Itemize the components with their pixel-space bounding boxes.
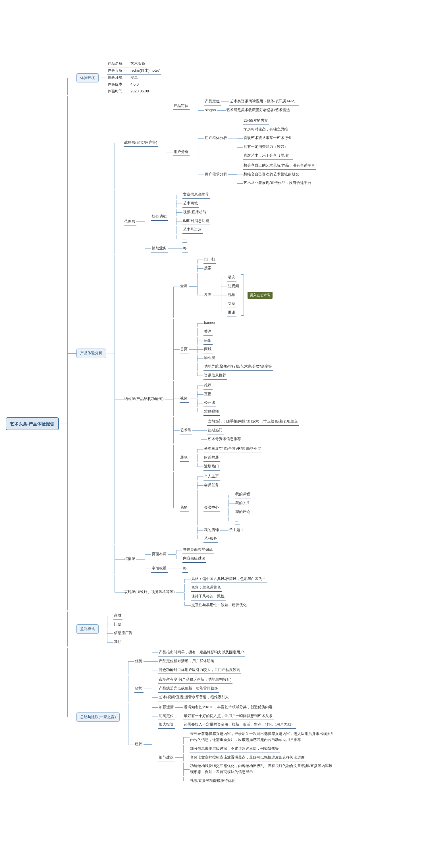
env-table: 产品名称艺术头条 体验设备redmi(红米) note7 体验环境安卓 体验版本…	[107, 61, 161, 95]
node-profit[interactable]: 盈利模式	[76, 624, 99, 633]
node-strategy[interactable]: 战略层(定位/用户等)	[124, 139, 158, 147]
mindmap-root: 艺术头条-产品体验报告 体验环境 产品名称艺术头条 体验设备redmi(红米) …	[6, 11, 420, 836]
node-scope[interactable]: 范围层	[124, 218, 136, 226]
root-node[interactable]: 艺术头条-产品体验报告	[6, 417, 59, 430]
node-frame[interactable]: 框架层	[124, 556, 136, 563]
node-analysis[interactable]: 产品体验分析	[76, 348, 106, 358]
callout-artnum: 需入驻艺术号	[248, 292, 272, 299]
node-surface[interactable]: 表现层(UI设计、视觉风格等等)	[124, 589, 176, 596]
node-positioning[interactable]: 产品定位	[173, 102, 190, 110]
node-summary[interactable]: 总结与建议(一家之言)	[76, 712, 120, 721]
node-structure[interactable]: 结构层(产品结构功能图)	[124, 396, 165, 403]
node-users[interactable]: 用户分析	[173, 148, 190, 156]
node-env[interactable]: 体验环境	[76, 73, 99, 83]
bracket-icon	[241, 274, 244, 316]
